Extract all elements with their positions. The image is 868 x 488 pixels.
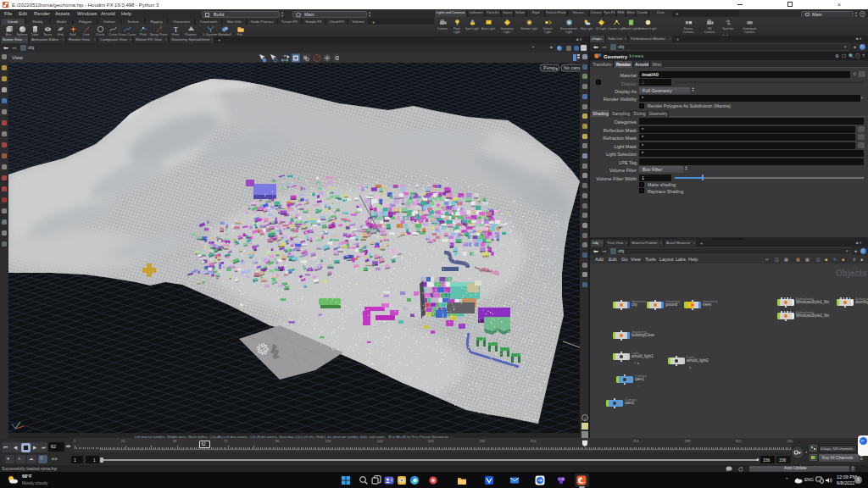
- svg-text:Persp: Persp: [543, 65, 555, 70]
- svg-text:No cam: No cam: [564, 65, 580, 70]
